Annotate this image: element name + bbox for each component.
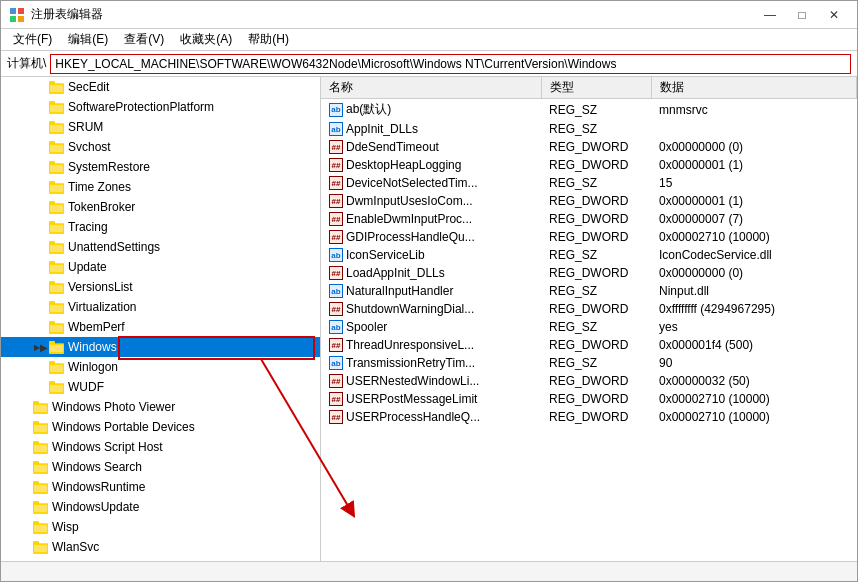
- tree-item[interactable]: SRUM: [1, 117, 320, 137]
- tree-item[interactable]: WUDF: [1, 377, 320, 397]
- col-data[interactable]: 数据: [651, 77, 857, 99]
- reg-entry-name: USERProcessHandleQ...: [346, 410, 480, 424]
- tree-item-label: VersionsList: [68, 280, 133, 294]
- svg-rect-108: [34, 485, 47, 492]
- tree-item[interactable]: WlanSvc: [1, 537, 320, 557]
- svg-rect-118: [34, 525, 47, 532]
- table-row[interactable]: abab(默认)REG_SZmnmsrvc: [321, 99, 857, 121]
- reg-entry-name: DeviceNotSelectedTim...: [346, 176, 478, 190]
- table-row[interactable]: ##USERPostMessageLimitREG_DWORD0x0000271…: [321, 390, 857, 408]
- tree-item-label: Svchost: [68, 140, 111, 154]
- table-row[interactable]: ##USERNestedWindowLi...REG_DWORD0x000000…: [321, 372, 857, 390]
- menu-item-V[interactable]: 查看(V): [116, 29, 172, 50]
- table-row[interactable]: ##DesktopHeapLoggingREG_DWORD0x00000001 …: [321, 156, 857, 174]
- tree-item[interactable]: Time Zones: [1, 177, 320, 197]
- address-label: 计算机\: [7, 55, 46, 72]
- reg-dword-icon: ##: [329, 212, 343, 226]
- reg-entry-data: 90: [651, 354, 857, 372]
- tree-item[interactable]: Windows Portable Devices: [1, 417, 320, 437]
- folder-icon: [33, 541, 49, 554]
- table-row[interactable]: ##USERProcessHandleQ...REG_DWORD0x000027…: [321, 408, 857, 426]
- menu-item-H[interactable]: 帮助(H): [240, 29, 297, 50]
- folder-icon: [33, 461, 49, 474]
- tree-item[interactable]: Winlogon: [1, 357, 320, 377]
- tree-item[interactable]: SoftwareProtectionPlatform: [1, 97, 320, 117]
- reg-entry-data: 0x00000001 (1): [651, 156, 857, 174]
- svg-rect-43: [50, 225, 63, 232]
- table-row[interactable]: abIconServiceLibREG_SZIconCodecService.d…: [321, 246, 857, 264]
- table-row[interactable]: abSpoolerREG_SZyes: [321, 318, 857, 336]
- menu-item-E[interactable]: 编辑(E): [60, 29, 116, 50]
- table-row[interactable]: abTransmissionRetryTim...REG_SZ90: [321, 354, 857, 372]
- tree-item[interactable]: ▶ Windows: [1, 337, 320, 357]
- table-row[interactable]: ##DeviceNotSelectedTim...REG_SZ15: [321, 174, 857, 192]
- svg-rect-28: [50, 165, 63, 172]
- tree-item[interactable]: Update: [1, 257, 320, 277]
- folder-icon: [49, 281, 65, 294]
- status-bar: [1, 561, 857, 581]
- minimize-button[interactable]: —: [755, 4, 785, 26]
- folder-icon: [49, 121, 65, 134]
- reg-entry-data: 0xffffffff (4294967295): [651, 300, 857, 318]
- tree-item[interactable]: Windows Photo Viewer: [1, 397, 320, 417]
- tree-item-label: Windows Portable Devices: [52, 420, 195, 434]
- col-type[interactable]: 类型: [541, 77, 651, 99]
- table-row[interactable]: abAppInit_DLLsREG_SZ: [321, 120, 857, 138]
- folder-icon: [33, 501, 49, 514]
- tree-item[interactable]: Svchost: [1, 137, 320, 157]
- table-row[interactable]: abNaturalInputHandlerREG_SZNinput.dll: [321, 282, 857, 300]
- folder-icon: [49, 221, 65, 234]
- svg-rect-38: [50, 205, 63, 212]
- tree-item[interactable]: WindowsRuntime: [1, 477, 320, 497]
- menu-bar: 文件(F)编辑(E)查看(V)收藏夹(A)帮助(H): [1, 29, 857, 51]
- reg-entry-name: DdeSendTimeout: [346, 140, 439, 154]
- table-row[interactable]: ##ShutdownWarningDial...REG_DWORD0xfffff…: [321, 300, 857, 318]
- reg-entry-name: IconServiceLib: [346, 248, 425, 262]
- tree-item[interactable]: Windows Search: [1, 457, 320, 477]
- app-icon: [9, 7, 25, 23]
- tree-item[interactable]: SecEdit: [1, 77, 320, 97]
- tree-item[interactable]: Tracing: [1, 217, 320, 237]
- folder-icon: [49, 161, 65, 174]
- table-row[interactable]: ##LoadAppInit_DLLsREG_DWORD0x00000000 (0…: [321, 264, 857, 282]
- reg-entry-name: EnableDwmInputProc...: [346, 212, 472, 226]
- tree-item[interactable]: WindowsUpdate: [1, 497, 320, 517]
- table-row[interactable]: ##DwmInputUsesIoCom...REG_DWORD0x0000000…: [321, 192, 857, 210]
- table-row[interactable]: ##EnableDwmInputProc...REG_DWORD0x000000…: [321, 210, 857, 228]
- tree-item-label: WUDF: [68, 380, 104, 394]
- tree-item-label: Windows Script Host: [52, 440, 163, 454]
- tree-item[interactable]: VersionsList: [1, 277, 320, 297]
- svg-rect-63: [50, 305, 63, 312]
- reg-dword-icon: ##: [329, 140, 343, 154]
- reg-entry-type: REG_SZ: [541, 354, 651, 372]
- col-name[interactable]: 名称: [321, 77, 541, 99]
- reg-entry-name: DwmInputUsesIoCom...: [346, 194, 473, 208]
- reg-entry-type: REG_SZ: [541, 174, 651, 192]
- maximize-button[interactable]: □: [787, 4, 817, 26]
- reg-entry-data: 0x00002710 (10000): [651, 390, 857, 408]
- tree-item[interactable]: SystemRestore: [1, 157, 320, 177]
- svg-rect-0: [10, 8, 16, 14]
- reg-entry-name: AppInit_DLLs: [346, 122, 418, 136]
- tree-item[interactable]: Virtualization: [1, 297, 320, 317]
- tree-item[interactable]: TokenBroker: [1, 197, 320, 217]
- reg-entry-type: REG_DWORD: [541, 300, 651, 318]
- tree-item[interactable]: Windows Script Host: [1, 437, 320, 457]
- reg-dword-icon: ##: [329, 410, 343, 424]
- tree-item[interactable]: UnattendSettings: [1, 237, 320, 257]
- tree-item-label: WindowsUpdate: [52, 500, 139, 514]
- table-row[interactable]: ##ThreadUnresponsiveL...REG_DWORD0x00000…: [321, 336, 857, 354]
- folder-icon: [33, 521, 49, 534]
- tree-item[interactable]: Wisp: [1, 517, 320, 537]
- tree-item[interactable]: WbemPerf: [1, 317, 320, 337]
- tree-item-label: Windows Search: [52, 460, 142, 474]
- menu-item-F[interactable]: 文件(F): [5, 29, 60, 50]
- table-row[interactable]: ##GDIProcessHandleQu...REG_DWORD0x000027…: [321, 228, 857, 246]
- svg-rect-53: [50, 265, 63, 272]
- close-button[interactable]: ✕: [819, 4, 849, 26]
- table-row[interactable]: ##DdeSendTimeoutREG_DWORD0x00000000 (0): [321, 138, 857, 156]
- reg-entry-type: REG_DWORD: [541, 372, 651, 390]
- main-content: SecEdit SoftwareProtectionPlatform SRUM …: [1, 77, 857, 561]
- menu-item-A[interactable]: 收藏夹(A): [172, 29, 240, 50]
- address-input[interactable]: [50, 54, 851, 74]
